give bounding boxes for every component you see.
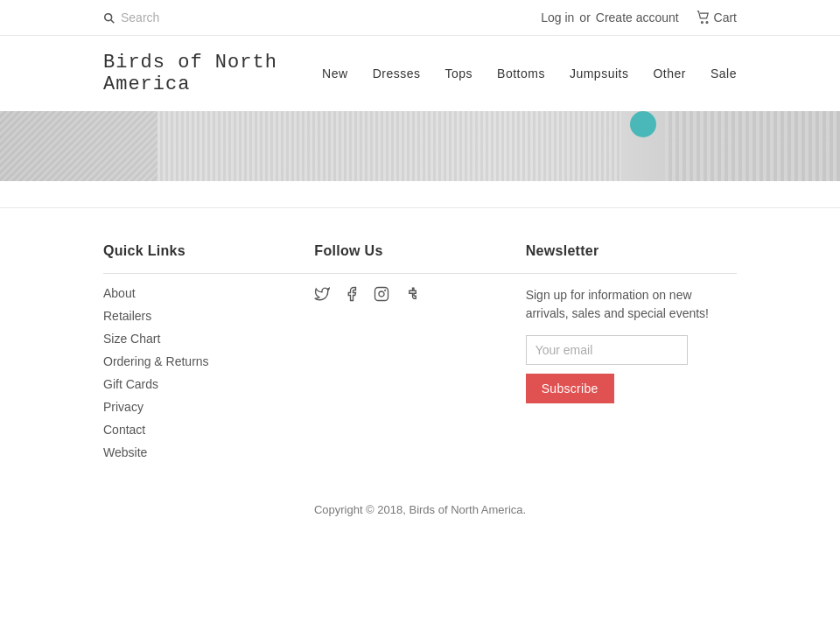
search-input[interactable] bbox=[121, 10, 226, 24]
header: Log in or Create account Cart bbox=[0, 0, 840, 36]
svg-point-0 bbox=[105, 14, 112, 21]
copyright: Copyright © 2018, Birds of North America… bbox=[103, 494, 737, 516]
create-account-link[interactable]: Create account bbox=[596, 10, 679, 24]
search-form bbox=[103, 10, 226, 24]
quick-links-list: About Retailers Size Chart Ordering & Re… bbox=[103, 286, 314, 459]
nav-link-dresses[interactable]: Dresses bbox=[373, 66, 421, 80]
header-left bbox=[103, 10, 226, 24]
list-item: Contact bbox=[103, 423, 314, 437]
svg-rect-4 bbox=[375, 288, 388, 301]
banner-stripe-mid bbox=[158, 111, 621, 181]
header-auth: Log in or Create account Cart bbox=[541, 10, 737, 24]
quick-links-title: Quick Links bbox=[103, 243, 314, 259]
brand-bar: Birds of North America New Dresses Tops … bbox=[0, 36, 840, 111]
cart-link[interactable]: Cart bbox=[696, 10, 737, 24]
footer: Quick Links About Retailers Size Chart O… bbox=[0, 207, 840, 542]
nav-link-sale[interactable]: Sale bbox=[710, 66, 737, 80]
tumblr-link[interactable] bbox=[403, 286, 419, 302]
quick-link-gift-cards[interactable]: Gift Cards bbox=[103, 377, 158, 391]
svg-point-3 bbox=[706, 22, 708, 24]
or-text: or bbox=[579, 10, 590, 24]
quick-link-website[interactable]: Website bbox=[103, 445, 147, 459]
footer-newsletter: Newsletter Sign up for information on ne… bbox=[526, 243, 737, 459]
svg-point-6 bbox=[385, 290, 386, 291]
quick-link-about[interactable]: About bbox=[103, 286, 136, 300]
nav-link-bottoms[interactable]: Bottoms bbox=[497, 66, 545, 80]
instagram-icon bbox=[374, 286, 389, 302]
main-nav: New Dresses Tops Bottoms Jumpsuits Other… bbox=[322, 66, 737, 80]
quick-link-privacy[interactable]: Privacy bbox=[103, 400, 144, 414]
list-item: Gift Cards bbox=[103, 377, 314, 391]
follow-us-title: Follow Us bbox=[314, 243, 525, 259]
subscribe-button[interactable]: Subscribe bbox=[526, 374, 614, 403]
nav-link-other[interactable]: Other bbox=[653, 66, 686, 80]
login-link[interactable]: Log in bbox=[541, 10, 574, 24]
nav-link-jumpsuits[interactable]: Jumpsuits bbox=[570, 66, 629, 80]
tumblr-icon bbox=[403, 286, 419, 302]
quick-link-retailers[interactable]: Retailers bbox=[103, 309, 151, 323]
nav-list: New Dresses Tops Bottoms Jumpsuits Other… bbox=[322, 66, 737, 80]
list-item: Privacy bbox=[103, 400, 314, 414]
nav-item-sale: Sale bbox=[710, 66, 737, 80]
banner-teal-circle bbox=[630, 111, 656, 137]
quick-link-size-chart[interactable]: Size Chart bbox=[103, 332, 160, 346]
cart-label: Cart bbox=[714, 10, 737, 24]
email-field[interactable] bbox=[526, 335, 688, 365]
quick-link-contact[interactable]: Contact bbox=[103, 423, 145, 437]
quick-links-divider bbox=[103, 273, 314, 274]
twitter-link[interactable] bbox=[314, 286, 330, 302]
list-item: Ordering & Returns bbox=[103, 354, 314, 368]
footer-quick-links: Quick Links About Retailers Size Chart O… bbox=[103, 243, 314, 459]
facebook-link[interactable] bbox=[344, 286, 360, 302]
cart-icon bbox=[696, 10, 710, 24]
banner-stripe-right bbox=[665, 111, 840, 181]
follow-us-divider bbox=[314, 273, 525, 274]
list-item: Size Chart bbox=[103, 332, 314, 346]
quick-link-ordering[interactable]: Ordering & Returns bbox=[103, 354, 209, 368]
list-item: About bbox=[103, 286, 314, 300]
newsletter-description: Sign up for information on new arrivals,… bbox=[526, 286, 737, 323]
hero-banner bbox=[0, 111, 840, 181]
nav-link-new[interactable]: New bbox=[322, 66, 348, 80]
nav-item-new: New bbox=[322, 66, 348, 80]
brand-name[interactable]: Birds of North America bbox=[103, 52, 322, 95]
list-item: Retailers bbox=[103, 309, 314, 323]
svg-line-1 bbox=[111, 20, 115, 24]
footer-columns: Quick Links About Retailers Size Chart O… bbox=[103, 243, 737, 459]
newsletter-title: Newsletter bbox=[526, 243, 737, 259]
facebook-icon bbox=[344, 286, 360, 302]
nav-item-other: Other bbox=[653, 66, 686, 80]
nav-item-bottoms: Bottoms bbox=[497, 66, 545, 80]
hero-banner-inner bbox=[0, 111, 840, 181]
twitter-icon bbox=[314, 286, 330, 302]
svg-point-5 bbox=[379, 291, 384, 297]
svg-point-2 bbox=[701, 22, 703, 24]
instagram-link[interactable] bbox=[374, 286, 389, 302]
list-item: Website bbox=[103, 445, 314, 459]
newsletter-divider bbox=[526, 273, 737, 274]
nav-item-tops: Tops bbox=[444, 66, 472, 80]
banner-stripe-left bbox=[0, 111, 158, 181]
footer-follow-us: Follow Us bbox=[314, 243, 525, 459]
social-icons bbox=[314, 286, 525, 302]
nav-item-dresses: Dresses bbox=[373, 66, 421, 80]
nav-link-tops[interactable]: Tops bbox=[444, 66, 472, 80]
search-icon bbox=[103, 10, 116, 24]
nav-item-jumpsuits: Jumpsuits bbox=[570, 66, 629, 80]
